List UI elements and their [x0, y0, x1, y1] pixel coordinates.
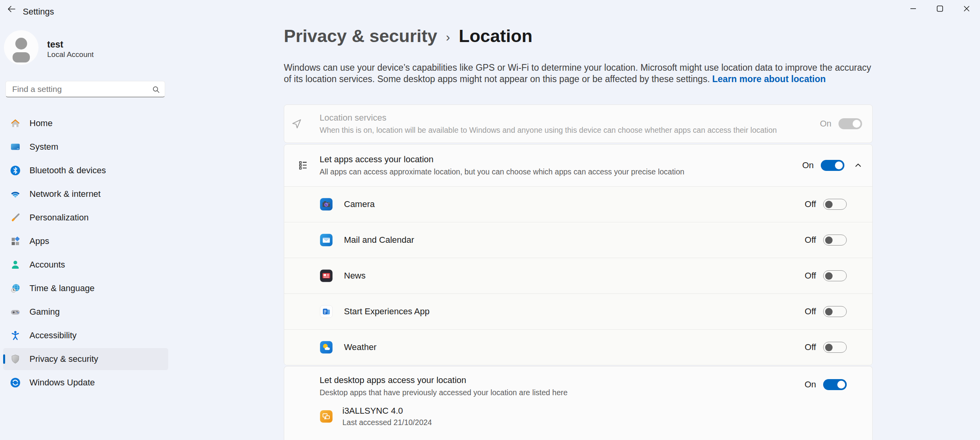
learn-more-link[interactable]: Learn more about location: [712, 74, 826, 84]
sidebar-item-apps[interactable]: Apps: [3, 230, 168, 252]
minimize-icon: [909, 4, 917, 13]
desktop-apps-card: Let desktop apps access your location De…: [284, 366, 873, 440]
search-icon[interactable]: [151, 85, 161, 96]
apps-access-title: Let apps access your location: [320, 154, 684, 165]
sidebar-item-label: System: [29, 142, 58, 152]
desktop-apps-title: Let desktop apps access your location: [320, 375, 568, 385]
app-name: Start Experiences App: [344, 306, 430, 317]
chevron-up-icon[interactable]: [854, 161, 862, 170]
sidebar-item-personalization[interactable]: Personalization: [3, 207, 168, 229]
maximize-button[interactable]: [927, 0, 953, 17]
apps-icon: [10, 236, 21, 247]
breadcrumb: Privacy & security › Location: [284, 26, 532, 46]
app-name: Camera: [344, 199, 375, 209]
desktop-app-last-accessed: Last accessed 21/10/2024: [342, 418, 432, 427]
page-description: Windows can use your device’s capabiliti…: [284, 62, 874, 85]
desktop-apps-subtitle: Desktop apps that have previously access…: [320, 388, 568, 397]
sidebar-item-label: Network & internet: [29, 189, 101, 199]
close-icon: [962, 4, 971, 13]
window-controls: [900, 0, 980, 17]
app-state: Off: [798, 199, 816, 209]
personalization-icon: [10, 212, 21, 223]
weather-location-toggle[interactable]: [823, 342, 847, 353]
app-row-weather: Weather Off: [284, 329, 872, 365]
avatar[interactable]: [4, 30, 39, 65]
settings-window: { "titlebar": { "title": "Settings" }, "…: [0, 0, 980, 440]
shield-icon: [10, 354, 21, 365]
sidebar-item-label: Apps: [29, 236, 49, 246]
desktop-app-name: i3ALLSYNC 4.0: [342, 406, 432, 416]
sidebar-item-label: Accessibility: [29, 330, 77, 341]
page-title: Location: [459, 26, 533, 46]
location-services-state: On: [813, 119, 831, 129]
app-controls: Off: [798, 306, 847, 317]
app-controls: Off: [798, 235, 847, 246]
apps-access-state: On: [796, 160, 814, 170]
camera-location-toggle[interactable]: [823, 199, 847, 210]
app-name: Weather: [344, 342, 377, 352]
mail-app-icon: [320, 233, 333, 247]
sidebar-item-bluetooth[interactable]: Bluetooth & devices: [3, 160, 168, 182]
search-input[interactable]: [6, 81, 165, 97]
time-language-icon: [10, 283, 21, 294]
accessibility-icon: [10, 330, 21, 341]
sidebar-item-label: Time & language: [29, 283, 95, 293]
titlebar: Settings: [0, 0, 980, 19]
news-app-icon: [320, 269, 333, 282]
sidebar-item-label: Windows Update: [29, 378, 95, 388]
maximize-icon: [936, 4, 944, 13]
minimize-button[interactable]: [900, 0, 927, 17]
start-experiences-app-icon: [320, 305, 333, 318]
apps-access-toggle[interactable]: [821, 160, 844, 171]
news-location-toggle[interactable]: [823, 270, 847, 281]
weather-app-icon: [320, 341, 333, 354]
mail-calendar-location-toggle[interactable]: [823, 235, 847, 246]
app-state: Off: [798, 235, 816, 245]
breadcrumb-parent[interactable]: Privacy & security: [284, 26, 437, 46]
back-button[interactable]: [4, 3, 19, 16]
app-row-start-experiences: Start Experiences App Off: [284, 293, 872, 329]
location-services-text: Location services When this is on, locat…: [320, 113, 777, 135]
sidebar-item-home[interactable]: Home: [3, 112, 168, 134]
app-name: Mail and Calendar: [344, 235, 414, 245]
sidebar-item-system[interactable]: System: [3, 136, 168, 158]
sidebar-item-privacy-security[interactable]: Privacy & security: [3, 348, 168, 370]
sidebar-item-label: Bluetooth & devices: [29, 165, 106, 176]
gaming-icon: [10, 306, 21, 317]
desktop-apps-state: On: [798, 380, 816, 390]
app-state: Off: [798, 342, 816, 352]
user-account-type: Local Account: [47, 50, 94, 59]
start-experiences-location-toggle[interactable]: [823, 306, 847, 317]
desktop-app-info: i3ALLSYNC 4.0 Last accessed 21/10/2024: [342, 406, 432, 427]
desktop-apps-toggle[interactable]: [823, 379, 847, 390]
app-list-icon: [298, 160, 308, 170]
close-button[interactable]: [953, 0, 980, 17]
sidebar-item-windows-update[interactable]: Windows Update: [3, 372, 168, 394]
sidebar-item-time-language[interactable]: Time & language: [3, 277, 168, 299]
app-controls: Off: [798, 342, 847, 353]
app-state: Off: [798, 271, 816, 281]
apps-access-expander: Let apps access your location All apps c…: [284, 144, 873, 365]
user-name: test: [47, 39, 63, 50]
sidebar-item-accounts[interactable]: Accounts: [3, 254, 168, 276]
sidebar-item-label: Personalization: [29, 213, 88, 223]
breadcrumb-chevron-icon: ›: [446, 30, 450, 44]
sidebar-item-accessibility[interactable]: Accessibility: [3, 324, 168, 346]
app-title: Settings: [23, 7, 54, 17]
person-icon: [4, 30, 39, 65]
location-services-controls: On: [813, 118, 862, 129]
sidebar-item-gaming[interactable]: Gaming: [3, 301, 168, 323]
app-row-mail-calendar: Mail and Calendar Off: [284, 222, 872, 258]
sidebar: test Local Account Home: [0, 19, 169, 440]
sidebar-item-network[interactable]: Network & internet: [3, 183, 168, 205]
sidebar-nav: Home System Bluetooth & devices: [3, 112, 168, 395]
location-services-toggle[interactable]: [838, 118, 862, 129]
network-icon: [10, 189, 21, 200]
home-icon: [10, 118, 21, 129]
apps-access-subtitle: All apps can access approximate location…: [320, 167, 684, 176]
location-services-card: Location services When this is on, locat…: [284, 104, 873, 143]
app-state: Off: [798, 306, 816, 317]
desktop-apps-text: Let desktop apps access your location De…: [320, 375, 568, 397]
location-services-title: Location services: [320, 113, 777, 123]
apps-access-header[interactable]: Let apps access your location All apps c…: [284, 145, 872, 186]
